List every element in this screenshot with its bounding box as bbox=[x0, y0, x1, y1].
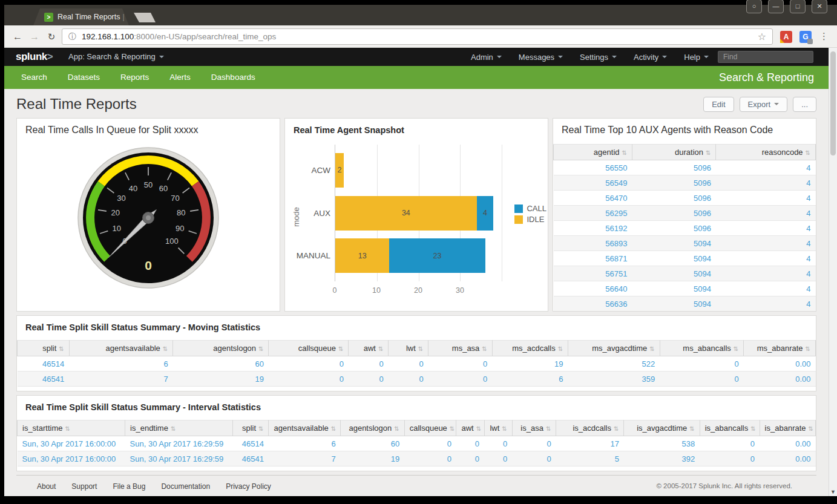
column-header-duration[interactable]: duration⇅ bbox=[632, 145, 716, 160]
table-cell[interactable]: 5096 bbox=[632, 206, 716, 221]
sort-icon[interactable]: ⇅ bbox=[258, 345, 263, 352]
column-header-agentslogon[interactable]: agentslogon⇅ bbox=[341, 421, 405, 436]
table-cell[interactable]: 5094 bbox=[632, 281, 716, 296]
app-menu[interactable]: App: Search & Reporting bbox=[68, 48, 164, 66]
sort-icon[interactable]: ⇅ bbox=[806, 149, 810, 156]
footer-link-documentation[interactable]: Documentation bbox=[161, 482, 210, 491]
column-header-reasoncode[interactable]: reasoncode⇅ bbox=[716, 145, 816, 160]
table-cell[interactable]: 60 bbox=[173, 356, 269, 371]
sort-icon[interactable]: ⇅ bbox=[258, 425, 263, 432]
table-cell[interactable]: 56192 bbox=[554, 221, 632, 236]
sort-icon[interactable]: ⇅ bbox=[394, 425, 399, 432]
sort-icon[interactable]: ⇅ bbox=[546, 425, 551, 432]
bar-segment-call[interactable]: 4 bbox=[477, 196, 494, 231]
table-cell[interactable]: 17 bbox=[556, 436, 624, 451]
column-header-agentslogon[interactable]: agentslogon⇅ bbox=[173, 341, 269, 356]
sort-icon[interactable]: ⇅ bbox=[163, 345, 168, 352]
table-cell[interactable]: 4 bbox=[716, 175, 816, 191]
column-header-is_acdcalls[interactable]: is_acdcalls⇅ bbox=[556, 421, 624, 436]
vertical-scrollbar[interactable]: ▼ bbox=[829, 48, 837, 496]
nav-item-search[interactable]: Search bbox=[11, 66, 57, 89]
table-cell[interactable]: 7 bbox=[269, 451, 341, 466]
table-cell[interactable]: 0 bbox=[660, 356, 743, 371]
nav-item-alerts[interactable]: Alerts bbox=[159, 66, 201, 89]
export-button[interactable]: Export bbox=[740, 97, 788, 112]
table-cell[interactable]: Sun, 30 Apr 2017 16:00:00 bbox=[18, 436, 125, 451]
table-cell[interactable]: 5094 bbox=[632, 296, 716, 312]
sort-icon[interactable]: ⇅ bbox=[338, 345, 343, 352]
column-header-is_starttime[interactable]: is_starttime⇅ bbox=[18, 421, 125, 436]
table-cell[interactable]: 19 bbox=[173, 371, 269, 387]
column-header-ms_acdcalls[interactable]: ms_acdcalls⇅ bbox=[492, 341, 568, 356]
table-cell[interactable]: 7 bbox=[69, 371, 172, 387]
table-cell[interactable]: 4 bbox=[716, 266, 816, 281]
footer-link-support[interactable]: Support bbox=[71, 482, 97, 491]
table-cell[interactable]: Sun, 30 Apr 2017 16:00:00 bbox=[18, 451, 125, 466]
tab-close-icon[interactable]: × bbox=[128, 13, 133, 22]
more-button[interactable]: ... bbox=[793, 97, 816, 112]
menu-settings[interactable]: Settings bbox=[580, 53, 617, 62]
sort-icon[interactable]: ⇅ bbox=[418, 345, 423, 352]
column-header-ms_avgacdtime[interactable]: ms_avgacdtime⇅ bbox=[568, 341, 660, 356]
table-cell[interactable]: 0 bbox=[269, 371, 349, 387]
table-cell[interactable]: 0 bbox=[428, 356, 493, 371]
page-info-icon[interactable]: ⓘ bbox=[68, 31, 76, 42]
table-cell[interactable]: 56893 bbox=[554, 236, 632, 251]
find-input[interactable] bbox=[718, 51, 813, 62]
table-cell[interactable]: 4 bbox=[716, 236, 816, 251]
menu-admin[interactable]: Admin bbox=[471, 53, 502, 62]
table-cell[interactable]: 19 bbox=[492, 356, 568, 371]
menu-messages[interactable]: Messages bbox=[519, 53, 563, 62]
table-cell[interactable]: 19 bbox=[341, 451, 405, 466]
scrollbar-down-icon[interactable]: ▼ bbox=[829, 489, 837, 495]
column-header-is_abanrate[interactable]: is_abanrate⇅ bbox=[760, 421, 815, 436]
column-header-is_avgacdtime[interactable]: is_avgacdtime⇅ bbox=[624, 421, 700, 436]
table-cell[interactable]: 0 bbox=[484, 436, 512, 451]
column-header-is_endtime[interactable]: is_endtime⇅ bbox=[125, 421, 233, 436]
table-cell[interactable]: 0 bbox=[456, 436, 484, 451]
column-header-split[interactable]: split⇅ bbox=[18, 341, 70, 356]
column-header-callsqueue[interactable]: callsqueue⇅ bbox=[404, 421, 456, 436]
table-cell[interactable]: 4 bbox=[716, 281, 816, 296]
table-cell[interactable]: 0.00 bbox=[760, 451, 815, 466]
sort-icon[interactable]: ⇅ bbox=[734, 345, 738, 352]
sort-icon[interactable]: ⇅ bbox=[450, 425, 455, 432]
table-cell[interactable]: 56550 bbox=[554, 160, 632, 175]
table-cell[interactable]: 56470 bbox=[554, 191, 632, 206]
table-cell[interactable]: 5094 bbox=[632, 266, 716, 281]
table-cell[interactable]: 56751 bbox=[554, 266, 632, 281]
sort-icon[interactable]: ⇅ bbox=[476, 425, 481, 432]
column-header-callsqueue[interactable]: callsqueue⇅ bbox=[269, 341, 349, 356]
sort-icon[interactable]: ⇅ bbox=[689, 425, 694, 432]
footer-link-privacy-policy[interactable]: Privacy Policy bbox=[226, 482, 271, 491]
browser-tab[interactable]: > Real Time Reports | × bbox=[33, 8, 129, 25]
table-cell[interactable]: 4 bbox=[716, 221, 816, 236]
window-restore-button[interactable]: ○ bbox=[746, 0, 762, 13]
sort-icon[interactable]: ⇅ bbox=[622, 149, 627, 156]
column-header-agentsavailable[interactable]: agentsavailable⇅ bbox=[69, 341, 172, 356]
bookmark-star-icon[interactable]: ☆ bbox=[758, 31, 766, 42]
sort-icon[interactable]: ⇅ bbox=[378, 345, 383, 352]
table-cell[interactable]: 0 bbox=[484, 451, 512, 466]
table-cell[interactable]: 538 bbox=[624, 436, 700, 451]
table-cell[interactable]: Sun, 30 Apr 2017 16:29:59 bbox=[125, 436, 233, 451]
table-cell[interactable]: 0 bbox=[389, 356, 428, 371]
sort-icon[interactable]: ⇅ bbox=[331, 425, 336, 432]
table-cell[interactable]: 6 bbox=[69, 356, 172, 371]
window-minimize-button[interactable]: — bbox=[768, 0, 784, 13]
table-cell[interactable]: 6 bbox=[269, 436, 341, 451]
menu-activity[interactable]: Activity bbox=[634, 53, 667, 62]
table-cell[interactable]: 60 bbox=[341, 436, 405, 451]
footer-link-about[interactable]: About bbox=[37, 482, 56, 491]
table-cell[interactable]: Sun, 30 Apr 2017 16:29:59 bbox=[125, 451, 233, 466]
sort-icon[interactable]: ⇅ bbox=[750, 425, 755, 432]
window-maximize-button[interactable]: □ bbox=[790, 0, 806, 13]
table-cell[interactable]: 5096 bbox=[632, 175, 716, 191]
column-header-ms_abancalls[interactable]: ms_abancalls⇅ bbox=[660, 341, 743, 356]
footer-link-file-a-bug[interactable]: File a Bug bbox=[113, 482, 145, 491]
menu-help[interactable]: Help bbox=[684, 53, 709, 62]
table-cell[interactable]: 46541 bbox=[233, 451, 269, 466]
table-cell[interactable]: 522 bbox=[568, 356, 660, 371]
table-cell[interactable]: 56636 bbox=[554, 296, 632, 312]
table-cell[interactable]: 5096 bbox=[632, 221, 716, 236]
